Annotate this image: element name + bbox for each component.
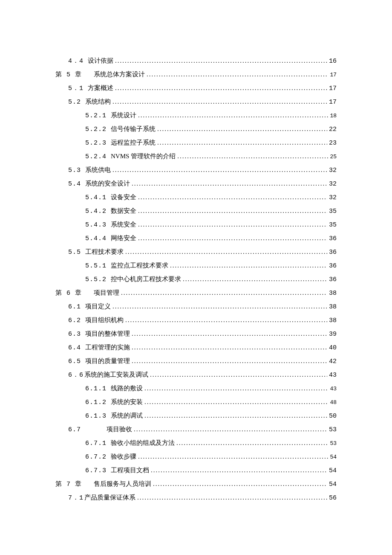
toc-title: 工程管理的实施 (85, 344, 130, 351)
toc-title: 验收小组的组成及方法 (111, 440, 175, 446)
toc-number: 5.2.4 (85, 154, 107, 160)
toc-number: 5.5.2 (85, 276, 107, 283)
toc-entry[interactable]: 第 6 章项目管理...............................… (55, 290, 337, 296)
toc-title: 远程监控子系统 (111, 139, 156, 146)
toc-title: 监控点工程技术要求 (111, 262, 168, 269)
toc-entry[interactable]: 6.1.1线路的敷设..............................… (55, 385, 337, 392)
toc-entry[interactable]: 4．4设计依据.................................… (55, 58, 337, 64)
toc-number: 5.2 (68, 99, 81, 105)
toc-leader-dots: ........................................… (112, 167, 327, 173)
toc-leader-dots: ........................................… (132, 331, 327, 337)
toc-title: 系统的安装 (111, 399, 143, 405)
toc-page-number: 43 (327, 372, 337, 378)
toc-number: 5.4.4 (85, 235, 107, 242)
toc-page-number: 18 (328, 113, 337, 119)
toc-leader-dots: ........................................… (115, 58, 327, 64)
toc-title: NVMS 管理软件的介绍 (111, 153, 176, 160)
toc-entry[interactable]: 6.7.2验收步骤...............................… (55, 453, 337, 460)
toc-entry[interactable]: 5.5.2控中心机房工程技术要求........................… (55, 276, 337, 283)
toc-entry[interactable]: 6.7.3工程项目文档.............................… (55, 467, 337, 474)
toc-page-number: 54 (327, 468, 337, 474)
toc-page-number: 22 (327, 126, 337, 133)
toc-title: 信号传输子系统 (111, 126, 156, 132)
toc-leader-dots: ........................................… (138, 453, 328, 460)
toc-page-number: 53 (327, 427, 337, 433)
toc-leader-dots: ........................................… (125, 317, 327, 323)
toc-entry[interactable]: 5.2.1系统设计...............................… (55, 112, 337, 119)
toc-entry[interactable]: 6.5项目的质量管理..............................… (55, 358, 337, 365)
toc-entry[interactable]: 6.7项目验收.................................… (55, 426, 337, 433)
toc-entry[interactable]: 6.1.2系统的安装..............................… (55, 399, 337, 406)
toc-title: 项目验收 (107, 426, 132, 433)
toc-number: 5.2.2 (85, 126, 107, 133)
toc-title: 设备安全 (111, 194, 136, 200)
toc-page-number: 23 (327, 140, 337, 146)
toc-number: 4．4 (68, 58, 84, 64)
toc-leader-dots: ........................................… (112, 99, 327, 105)
toc-page-number: 43 (328, 386, 337, 392)
toc-entry[interactable]: 6.1.3系统的调试..............................… (55, 413, 337, 419)
toc-entry[interactable]: 5.2.2信号传输子系统............................… (55, 126, 337, 133)
toc-number: 6.7.3 (85, 468, 107, 474)
toc-leader-dots: ........................................… (138, 208, 327, 214)
toc-entry[interactable]: 5.4系统的安全设计..............................… (55, 180, 337, 187)
toc-title: 项目管理 (94, 290, 119, 296)
toc-entry[interactable]: 6.3项目的整体管理..............................… (55, 331, 337, 337)
toc-entry[interactable]: 5.4.3系统安全...............................… (55, 221, 337, 228)
toc-page-number: 54 (328, 454, 337, 460)
toc-title: 线路的敷设 (111, 385, 143, 392)
toc-leader-dots: ........................................… (153, 481, 327, 487)
toc-entry[interactable]: 5.4.4网络安全...............................… (55, 235, 337, 242)
toc-title: 系统的安全设计 (85, 180, 130, 187)
toc-entry[interactable]: 5.2.3远程监控子系统............................… (55, 139, 337, 146)
toc-number: 6.5 (68, 358, 81, 365)
toc-number: 5.5.1 (85, 263, 107, 269)
toc-number: 6.2 (68, 317, 81, 324)
toc-entry[interactable]: 5．1方案概述.................................… (55, 85, 337, 92)
toc-leader-dots: ........................................… (138, 221, 327, 228)
toc-number: 5.4 (68, 181, 81, 187)
toc-leader-dots: ........................................… (132, 180, 327, 187)
toc-entry[interactable]: 第 7 章售后服务与人员培训..........................… (55, 481, 337, 488)
toc-entry[interactable]: 6.4工程管理的实施..............................… (55, 344, 337, 351)
toc-title: 系统安全 (111, 221, 136, 228)
toc-entry[interactable]: 7．1产品质量保证体系.............................… (55, 494, 337, 501)
toc-entry[interactable]: 6.2项目组织机构...............................… (55, 317, 337, 324)
toc-entry[interactable]: 5.2系统结构.................................… (55, 99, 337, 105)
toc-title: 项目组织机构 (85, 317, 124, 323)
toc-page-number: 38 (327, 304, 337, 310)
toc-leader-dots: ........................................… (115, 85, 327, 91)
toc-number: 6.1.1 (85, 386, 107, 392)
toc-entry[interactable]: 5.5.1监控点工程技术要求..........................… (55, 262, 337, 269)
toc-number: 5.3 (68, 167, 81, 174)
toc-number: 6.4 (68, 345, 81, 351)
toc-entry[interactable]: 第 5 章系统总体方案设计...........................… (55, 71, 337, 78)
toc-entry[interactable]: 5.5工程技术要求...............................… (55, 249, 337, 256)
toc-leader-dots: ........................................… (151, 467, 327, 474)
toc-leader-dots: ........................................… (132, 358, 327, 364)
toc-entry[interactable]: 5.2.4NVMS 管理软件的介绍.......................… (55, 153, 337, 160)
toc-entry[interactable]: 6.7.1验收小组的组成及方法.........................… (55, 440, 337, 447)
toc-leader-dots: ........................................… (121, 290, 327, 296)
toc-page-number: 38 (327, 290, 337, 296)
toc-number: 第 6 章 (55, 290, 82, 296)
toc-page-number: 48 (328, 400, 337, 405)
toc-page-number: 36 (327, 235, 337, 242)
toc-page-number: 32 (327, 167, 337, 174)
toc-title: 设计依据 (88, 58, 113, 64)
toc-number: 6.3 (68, 331, 81, 337)
toc-page-number: 56 (327, 495, 337, 501)
toc-entry[interactable]: 6.1项目定义.................................… (55, 303, 337, 310)
toc-entry[interactable]: 5.4.1设备安全...............................… (55, 194, 337, 201)
toc-entry[interactable]: 5.3系统供电.................................… (55, 167, 337, 174)
toc-page: 4．4设计依据.................................… (0, 0, 392, 555)
toc-number: 5.2.3 (85, 140, 107, 146)
toc-page-number: 54 (327, 481, 337, 488)
toc-entry[interactable]: 5.4.2数据安全...............................… (55, 208, 337, 215)
toc-title: 网络安全 (111, 235, 136, 241)
toc-number: 6.1.3 (85, 413, 107, 419)
toc-entry[interactable]: 6．6系统的施工安装及调试...........................… (55, 372, 337, 378)
toc-page-number: 36 (327, 263, 337, 269)
toc-page-number: 32 (327, 181, 337, 187)
toc-page-number: 38 (327, 317, 337, 324)
